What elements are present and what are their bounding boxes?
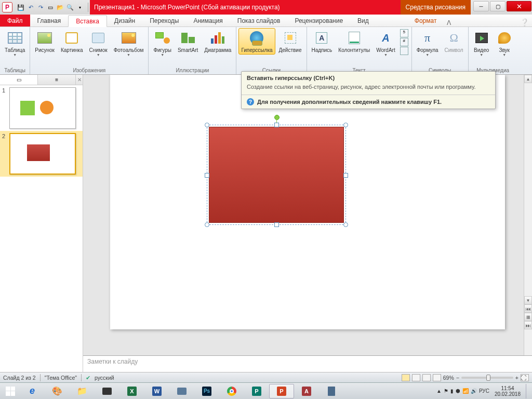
taskbar-app2[interactable] — [169, 384, 194, 398]
tab-format[interactable]: Формат — [407, 15, 444, 26]
video-button[interactable]: Видео▼ — [471, 28, 493, 58]
taskbar-chrome[interactable] — [219, 384, 244, 398]
taskbar-publisher[interactable]: P — [244, 384, 269, 398]
view-slideshow-icon[interactable] — [433, 374, 441, 381]
shapes-button[interactable]: Фигуры▼ — [151, 28, 174, 58]
next-slide-icon[interactable]: ⏭ — [524, 321, 532, 329]
thumbnail-2[interactable]: 2 — [0, 131, 83, 177]
view-reading-icon[interactable] — [422, 374, 431, 381]
textbox-button[interactable]: AНадпись — [309, 28, 335, 55]
redo-icon[interactable]: ↷ — [36, 3, 45, 11]
vertical-scrollbar[interactable]: ▲ ▼ ⏮ ▦ ⏭ — [524, 75, 532, 355]
ribbon-minimize-icon[interactable]: ᐱ — [444, 19, 454, 26]
taskbar-excel[interactable]: X — [119, 384, 144, 398]
help-icon[interactable]: ❔ — [517, 18, 532, 26]
slide-canvas[interactable] — [110, 75, 505, 329]
tab-transitions[interactable]: Переходы — [142, 15, 186, 26]
zoom-level[interactable]: 69% — [443, 375, 454, 381]
qat-dropdown-icon[interactable]: ▼ — [76, 3, 84, 11]
chart-button[interactable]: Диаграмма — [202, 28, 234, 55]
zoom-in-icon[interactable]: + — [515, 375, 518, 381]
tray-volume-icon[interactable]: 🔊 — [471, 388, 477, 394]
preview-icon[interactable]: 🔍 — [66, 3, 74, 11]
taskbar-access[interactable]: A — [294, 384, 319, 398]
tray-up-icon[interactable]: ▲ — [436, 388, 442, 394]
rotate-handle[interactable] — [274, 115, 280, 120]
zoom-out-icon[interactable]: − — [456, 375, 459, 381]
thumbnail-1[interactable]: 1 — [0, 85, 83, 131]
view-normal-icon[interactable] — [402, 374, 410, 381]
thumbnail-tab-outline[interactable]: ≡ — [38, 75, 76, 85]
taskbar-explorer[interactable]: 📁 — [70, 384, 95, 398]
taskbar-calc[interactable] — [319, 384, 344, 398]
taskbar-word[interactable]: W — [144, 384, 169, 398]
tray-network-icon[interactable]: 📶 — [462, 388, 469, 394]
group-links: Гиперссылка Действие Ссылки — [236, 27, 307, 74]
close-button[interactable]: ✕ — [507, 1, 531, 11]
resize-handle-n[interactable] — [274, 123, 279, 127]
picture-button[interactable]: Рисунок — [32, 28, 57, 55]
resize-handle-s[interactable] — [274, 222, 279, 227]
symbol-button[interactable]: ΩСимвол — [442, 28, 466, 55]
tab-insert[interactable]: Вставка — [68, 15, 107, 27]
tab-animation[interactable]: Анимация — [186, 15, 230, 26]
hyperlink-button[interactable]: Гиперссылка — [238, 28, 275, 55]
taskbar-photoshop[interactable]: Ps — [194, 384, 219, 398]
show-desktop[interactable] — [526, 384, 530, 398]
resize-handle-nw[interactable] — [205, 123, 209, 127]
tray-icon[interactable]: ⬢ — [456, 388, 460, 394]
language-indicator[interactable]: русский — [95, 375, 114, 381]
fit-window-icon[interactable]: ⛶ — [521, 374, 529, 381]
tray-flag-icon[interactable]: ⚑ — [444, 388, 448, 394]
tab-file[interactable]: Файл — [0, 15, 30, 26]
view-sorter-icon[interactable] — [412, 374, 420, 381]
screenshot-button[interactable]: Снимок▼ — [87, 28, 110, 58]
tab-home[interactable]: Главная — [30, 15, 69, 26]
slidenum-icon[interactable]: # — [400, 38, 408, 46]
taskbar-powerpoint[interactable]: P — [269, 384, 294, 398]
maximize-button[interactable]: ▢ — [490, 1, 506, 11]
thumbnail-tab-slides[interactable]: ▭ — [0, 75, 38, 85]
new-icon[interactable]: ▭ — [46, 3, 55, 11]
zoom-slider[interactable] — [461, 377, 513, 379]
undo-icon[interactable]: ↶ — [26, 3, 35, 11]
resize-handle-se[interactable] — [343, 222, 348, 227]
thumbnail-close-icon[interactable]: ✕ — [76, 75, 83, 85]
tray-language[interactable]: РУС — [479, 388, 489, 394]
datetime-icon[interactable]: 5 — [400, 29, 408, 37]
tab-design[interactable]: Дизайн — [107, 15, 142, 26]
object-icon[interactable] — [400, 47, 408, 55]
album-button[interactable]: Фотоальбом▼ — [111, 28, 147, 58]
scroll-up-icon[interactable]: ▲ — [524, 75, 532, 83]
action-button[interactable]: Действие — [276, 28, 304, 55]
table-button[interactable]: Таблица▼ — [2, 28, 28, 58]
wordart-button[interactable]: AWordArt▼ — [374, 28, 398, 58]
prev-slide-icon[interactable]: ⏮ — [524, 304, 532, 313]
tray-clock[interactable]: 11:54 20.02.2018 — [491, 385, 524, 397]
resize-handle-sw[interactable] — [205, 222, 209, 227]
tab-slideshow[interactable]: Показ слайдов — [230, 15, 288, 26]
save-icon[interactable]: 💾 — [17, 3, 25, 11]
start-button[interactable] — [1, 384, 20, 398]
taskbar-app1[interactable] — [95, 384, 119, 398]
spellcheck-icon[interactable]: ✔ — [86, 375, 90, 381]
resize-handle-e[interactable] — [343, 173, 348, 178]
tray-battery-icon[interactable]: ▮ — [450, 388, 454, 394]
minimize-button[interactable]: ─ — [473, 1, 489, 11]
equation-button[interactable]: πФормула▼ — [414, 28, 441, 58]
resize-handle-w[interactable] — [205, 173, 209, 178]
audio-button[interactable]: Звук▼ — [494, 28, 515, 58]
tab-view[interactable]: Вид — [350, 15, 376, 26]
resize-handle-ne[interactable] — [343, 123, 348, 127]
tab-review[interactable]: Рецензирование — [287, 15, 350, 26]
smartart-button[interactable]: SmartArt — [175, 28, 201, 55]
taskbar-ie[interactable]: e — [20, 384, 45, 398]
headerfooter-button[interactable]: Колонтитулы — [336, 28, 373, 55]
slide-scroll[interactable] — [83, 75, 532, 355]
slide-nav-icon[interactable]: ▦ — [524, 313, 532, 321]
clipart-button[interactable]: Картинка — [58, 28, 86, 55]
open-icon[interactable]: 📂 — [56, 3, 64, 11]
scroll-down-icon[interactable]: ▼ — [524, 296, 532, 304]
taskbar-paint[interactable]: 🎨 — [45, 384, 70, 398]
zoom-thumb[interactable] — [486, 375, 490, 381]
